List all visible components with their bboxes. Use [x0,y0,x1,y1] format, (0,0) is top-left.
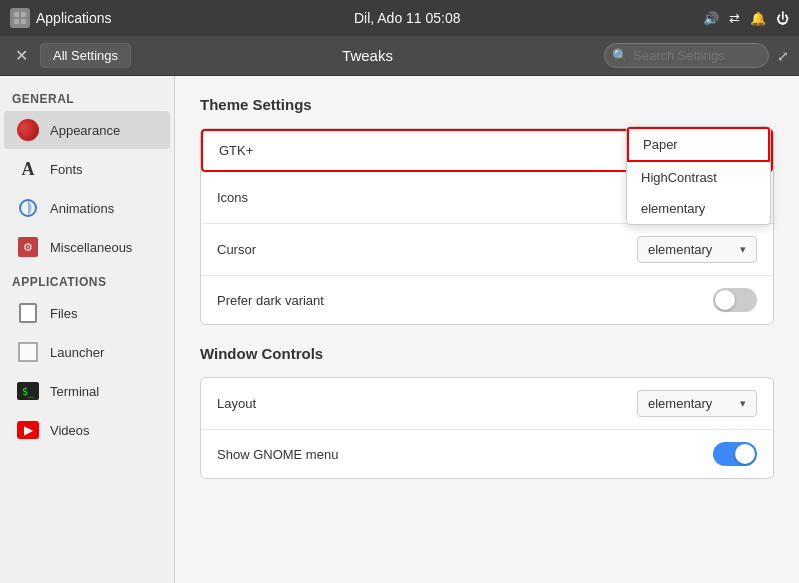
theme-settings-title: Theme Settings [200,96,774,113]
svg-rect-2 [14,19,19,24]
toolbar: ✕ All Settings Tweaks 🔍 ⤢ [0,36,799,76]
popup-item-elementary[interactable]: elementary [627,193,770,224]
window-controls-title: Window Controls [200,345,774,362]
sidebar-applications-label: Applications [0,267,174,293]
notification-icon[interactable]: 🔔 [750,11,766,26]
sidebar-item-miscellaneous[interactable]: ⚙ Miscellaneous [4,228,170,266]
sidebar-general-label: General [0,84,174,110]
content: Theme Settings GTK+ Paper HighContrast e… [175,76,799,583]
sidebar-item-animations[interactable]: Animations [4,189,170,227]
gnome-menu-knob [735,444,755,464]
dark-variant-row: Prefer dark variant [201,276,773,324]
expand-button[interactable]: ⤢ [777,48,789,64]
topbar-left: Applications [10,8,112,28]
cursor-dropdown[interactable]: elementary ▾ [637,236,757,263]
dark-variant-label: Prefer dark variant [217,293,324,308]
gtk-dropdown-popup: Paper HighContrast elementary [626,126,771,225]
all-settings-button[interactable]: All Settings [40,43,131,68]
topbar: Applications Dil, Ado 11 05:08 🔊 ⇄ 🔔 ⏻ [0,0,799,36]
sidebar-launcher-label: Launcher [50,345,104,360]
sidebar-appearance-label: Appearance [50,123,120,138]
popup-item-paper[interactable]: Paper [627,127,770,162]
layout-row: Layout elementary ▾ [201,378,773,430]
network-icon[interactable]: ⇄ [729,11,740,26]
sidebar-item-files[interactable]: Files [4,294,170,332]
toolbar-left: ✕ All Settings [10,43,131,68]
layout-selected-value: elementary [648,396,712,411]
volume-icon[interactable]: 🔊 [703,11,719,26]
sidebar-misc-label: Miscellaneous [50,240,132,255]
gnome-menu-row: Show GNOME menu [201,430,773,478]
icons-label: Icons [217,190,248,205]
sidebar-files-label: Files [50,306,77,321]
toolbar-right: 🔍 ⤢ [604,43,789,68]
dark-variant-knob [715,290,735,310]
toolbar-title: Tweaks [342,47,393,64]
sidebar-fonts-label: Fonts [50,162,83,177]
cursor-dropdown-arrow: ▾ [740,243,746,256]
cursor-label: Cursor [217,242,256,257]
launcher-icon [16,340,40,364]
search-icon: 🔍 [612,48,628,63]
svg-rect-0 [14,12,19,17]
main-layout: General Appearance A Fonts Animations [0,76,799,583]
svg-rect-1 [21,12,26,17]
close-button[interactable]: ✕ [10,45,32,67]
sidebar-terminal-label: Terminal [50,384,99,399]
fonts-icon: A [16,157,40,181]
app-icon [10,8,30,28]
animations-icon [16,196,40,220]
gtk-row: GTK+ Paper HighContrast elementary [201,129,773,172]
misc-icon: ⚙ [16,235,40,259]
dark-variant-toggle[interactable] [713,288,757,312]
svg-rect-3 [21,19,26,24]
files-icon [16,301,40,325]
layout-label: Layout [217,396,256,411]
gnome-menu-label: Show GNOME menu [217,447,338,462]
theme-settings-group: GTK+ Paper HighContrast elementary Icons… [200,128,774,325]
cursor-row: Cursor elementary ▾ [201,224,773,276]
layout-dropdown-arrow: ▾ [740,397,746,410]
cursor-selected-value: elementary [648,242,712,257]
search-wrap: 🔍 [604,43,769,68]
sidebar-item-launcher[interactable]: Launcher [4,333,170,371]
terminal-icon: $_ [16,379,40,403]
sidebar-item-appearance[interactable]: Appearance [4,111,170,149]
sidebar-animations-label: Animations [50,201,114,216]
popup-item-highcontrast[interactable]: HighContrast [627,162,770,193]
topbar-app-name: Applications [36,10,112,26]
gnome-menu-toggle[interactable] [713,442,757,466]
sidebar-item-terminal[interactable]: $_ Terminal [4,372,170,410]
power-icon[interactable]: ⏻ [776,11,789,26]
sidebar-item-fonts[interactable]: A Fonts [4,150,170,188]
gtk-label: GTK+ [219,143,253,158]
layout-dropdown[interactable]: elementary ▾ [637,390,757,417]
topbar-right: 🔊 ⇄ 🔔 ⏻ [703,11,789,26]
appearance-icon [16,118,40,142]
window-controls-group: Layout elementary ▾ Show GNOME menu [200,377,774,479]
sidebar: General Appearance A Fonts Animations [0,76,175,583]
sidebar-item-videos[interactable]: ▶ Videos [4,411,170,449]
topbar-datetime: Dil, Ado 11 05:08 [354,10,461,26]
sidebar-videos-label: Videos [50,423,90,438]
search-input[interactable] [604,43,769,68]
videos-icon: ▶ [16,418,40,442]
